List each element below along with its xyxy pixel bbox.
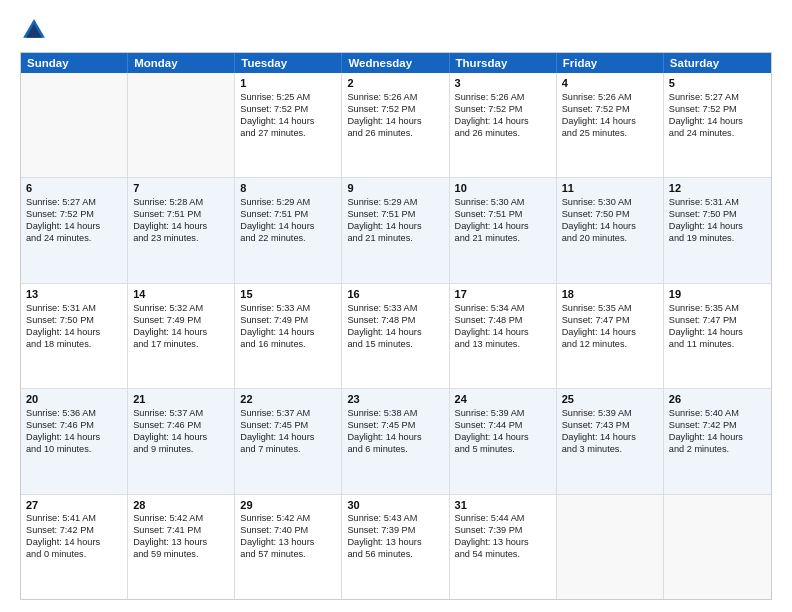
day-number: 10 xyxy=(455,181,551,196)
day-cell-18: 18Sunrise: 5:35 AMSunset: 7:47 PMDayligh… xyxy=(557,284,664,388)
day-cell-20: 20Sunrise: 5:36 AMSunset: 7:46 PMDayligh… xyxy=(21,389,128,493)
day-number: 8 xyxy=(240,181,336,196)
header-day-monday: Monday xyxy=(128,53,235,73)
day-info: Sunrise: 5:26 AMSunset: 7:52 PMDaylight:… xyxy=(562,92,658,140)
day-number: 29 xyxy=(240,498,336,513)
calendar-row: 20Sunrise: 5:36 AMSunset: 7:46 PMDayligh… xyxy=(21,388,771,493)
day-number: 16 xyxy=(347,287,443,302)
day-number: 15 xyxy=(240,287,336,302)
day-number: 1 xyxy=(240,76,336,91)
calendar-body: 1Sunrise: 5:25 AMSunset: 7:52 PMDaylight… xyxy=(21,73,771,599)
day-cell-6: 6Sunrise: 5:27 AMSunset: 7:52 PMDaylight… xyxy=(21,178,128,282)
day-number: 25 xyxy=(562,392,658,407)
logo-icon xyxy=(20,16,48,44)
day-number: 12 xyxy=(669,181,766,196)
day-info: Sunrise: 5:34 AMSunset: 7:48 PMDaylight:… xyxy=(455,303,551,351)
page: SundayMondayTuesdayWednesdayThursdayFrid… xyxy=(0,0,792,612)
day-cell-8: 8Sunrise: 5:29 AMSunset: 7:51 PMDaylight… xyxy=(235,178,342,282)
day-info: Sunrise: 5:41 AMSunset: 7:42 PMDaylight:… xyxy=(26,513,122,561)
calendar-header: SundayMondayTuesdayWednesdayThursdayFrid… xyxy=(21,53,771,73)
day-cell-17: 17Sunrise: 5:34 AMSunset: 7:48 PMDayligh… xyxy=(450,284,557,388)
day-cell-9: 9Sunrise: 5:29 AMSunset: 7:51 PMDaylight… xyxy=(342,178,449,282)
day-info: Sunrise: 5:38 AMSunset: 7:45 PMDaylight:… xyxy=(347,408,443,456)
day-number: 30 xyxy=(347,498,443,513)
day-info: Sunrise: 5:33 AMSunset: 7:49 PMDaylight:… xyxy=(240,303,336,351)
day-info: Sunrise: 5:39 AMSunset: 7:44 PMDaylight:… xyxy=(455,408,551,456)
day-info: Sunrise: 5:40 AMSunset: 7:42 PMDaylight:… xyxy=(669,408,766,456)
day-info: Sunrise: 5:29 AMSunset: 7:51 PMDaylight:… xyxy=(347,197,443,245)
day-number: 28 xyxy=(133,498,229,513)
day-number: 6 xyxy=(26,181,122,196)
day-info: Sunrise: 5:37 AMSunset: 7:46 PMDaylight:… xyxy=(133,408,229,456)
day-number: 22 xyxy=(240,392,336,407)
day-number: 23 xyxy=(347,392,443,407)
empty-cell xyxy=(557,495,664,599)
day-info: Sunrise: 5:30 AMSunset: 7:51 PMDaylight:… xyxy=(455,197,551,245)
day-number: 24 xyxy=(455,392,551,407)
day-cell-15: 15Sunrise: 5:33 AMSunset: 7:49 PMDayligh… xyxy=(235,284,342,388)
day-cell-22: 22Sunrise: 5:37 AMSunset: 7:45 PMDayligh… xyxy=(235,389,342,493)
day-number: 18 xyxy=(562,287,658,302)
calendar: SundayMondayTuesdayWednesdayThursdayFrid… xyxy=(20,52,772,600)
day-info: Sunrise: 5:44 AMSunset: 7:39 PMDaylight:… xyxy=(455,513,551,561)
day-cell-2: 2Sunrise: 5:26 AMSunset: 7:52 PMDaylight… xyxy=(342,73,449,177)
day-cell-29: 29Sunrise: 5:42 AMSunset: 7:40 PMDayligh… xyxy=(235,495,342,599)
day-number: 20 xyxy=(26,392,122,407)
day-cell-24: 24Sunrise: 5:39 AMSunset: 7:44 PMDayligh… xyxy=(450,389,557,493)
day-number: 26 xyxy=(669,392,766,407)
day-info: Sunrise: 5:31 AMSunset: 7:50 PMDaylight:… xyxy=(26,303,122,351)
header xyxy=(20,16,772,44)
logo xyxy=(20,16,52,44)
day-info: Sunrise: 5:32 AMSunset: 7:49 PMDaylight:… xyxy=(133,303,229,351)
day-cell-7: 7Sunrise: 5:28 AMSunset: 7:51 PMDaylight… xyxy=(128,178,235,282)
day-cell-4: 4Sunrise: 5:26 AMSunset: 7:52 PMDaylight… xyxy=(557,73,664,177)
day-number: 21 xyxy=(133,392,229,407)
day-cell-1: 1Sunrise: 5:25 AMSunset: 7:52 PMDaylight… xyxy=(235,73,342,177)
header-day-thursday: Thursday xyxy=(450,53,557,73)
day-info: Sunrise: 5:31 AMSunset: 7:50 PMDaylight:… xyxy=(669,197,766,245)
empty-cell xyxy=(21,73,128,177)
day-number: 2 xyxy=(347,76,443,91)
day-number: 13 xyxy=(26,287,122,302)
day-info: Sunrise: 5:36 AMSunset: 7:46 PMDaylight:… xyxy=(26,408,122,456)
header-day-saturday: Saturday xyxy=(664,53,771,73)
day-cell-30: 30Sunrise: 5:43 AMSunset: 7:39 PMDayligh… xyxy=(342,495,449,599)
day-info: Sunrise: 5:30 AMSunset: 7:50 PMDaylight:… xyxy=(562,197,658,245)
day-info: Sunrise: 5:29 AMSunset: 7:51 PMDaylight:… xyxy=(240,197,336,245)
day-info: Sunrise: 5:35 AMSunset: 7:47 PMDaylight:… xyxy=(562,303,658,351)
day-cell-13: 13Sunrise: 5:31 AMSunset: 7:50 PMDayligh… xyxy=(21,284,128,388)
day-info: Sunrise: 5:39 AMSunset: 7:43 PMDaylight:… xyxy=(562,408,658,456)
day-info: Sunrise: 5:37 AMSunset: 7:45 PMDaylight:… xyxy=(240,408,336,456)
day-info: Sunrise: 5:26 AMSunset: 7:52 PMDaylight:… xyxy=(455,92,551,140)
day-info: Sunrise: 5:27 AMSunset: 7:52 PMDaylight:… xyxy=(669,92,766,140)
header-day-sunday: Sunday xyxy=(21,53,128,73)
day-number: 17 xyxy=(455,287,551,302)
calendar-row: 13Sunrise: 5:31 AMSunset: 7:50 PMDayligh… xyxy=(21,283,771,388)
day-number: 5 xyxy=(669,76,766,91)
day-cell-26: 26Sunrise: 5:40 AMSunset: 7:42 PMDayligh… xyxy=(664,389,771,493)
calendar-row: 27Sunrise: 5:41 AMSunset: 7:42 PMDayligh… xyxy=(21,494,771,599)
day-cell-3: 3Sunrise: 5:26 AMSunset: 7:52 PMDaylight… xyxy=(450,73,557,177)
header-day-wednesday: Wednesday xyxy=(342,53,449,73)
day-number: 14 xyxy=(133,287,229,302)
header-day-tuesday: Tuesday xyxy=(235,53,342,73)
calendar-row: 6Sunrise: 5:27 AMSunset: 7:52 PMDaylight… xyxy=(21,177,771,282)
day-number: 31 xyxy=(455,498,551,513)
day-info: Sunrise: 5:28 AMSunset: 7:51 PMDaylight:… xyxy=(133,197,229,245)
day-info: Sunrise: 5:25 AMSunset: 7:52 PMDaylight:… xyxy=(240,92,336,140)
day-info: Sunrise: 5:43 AMSunset: 7:39 PMDaylight:… xyxy=(347,513,443,561)
empty-cell xyxy=(128,73,235,177)
day-cell-14: 14Sunrise: 5:32 AMSunset: 7:49 PMDayligh… xyxy=(128,284,235,388)
day-number: 7 xyxy=(133,181,229,196)
day-info: Sunrise: 5:35 AMSunset: 7:47 PMDaylight:… xyxy=(669,303,766,351)
day-number: 27 xyxy=(26,498,122,513)
day-cell-5: 5Sunrise: 5:27 AMSunset: 7:52 PMDaylight… xyxy=(664,73,771,177)
day-cell-10: 10Sunrise: 5:30 AMSunset: 7:51 PMDayligh… xyxy=(450,178,557,282)
day-cell-27: 27Sunrise: 5:41 AMSunset: 7:42 PMDayligh… xyxy=(21,495,128,599)
calendar-row: 1Sunrise: 5:25 AMSunset: 7:52 PMDaylight… xyxy=(21,73,771,177)
day-info: Sunrise: 5:42 AMSunset: 7:40 PMDaylight:… xyxy=(240,513,336,561)
day-info: Sunrise: 5:33 AMSunset: 7:48 PMDaylight:… xyxy=(347,303,443,351)
empty-cell xyxy=(664,495,771,599)
day-cell-21: 21Sunrise: 5:37 AMSunset: 7:46 PMDayligh… xyxy=(128,389,235,493)
day-cell-11: 11Sunrise: 5:30 AMSunset: 7:50 PMDayligh… xyxy=(557,178,664,282)
